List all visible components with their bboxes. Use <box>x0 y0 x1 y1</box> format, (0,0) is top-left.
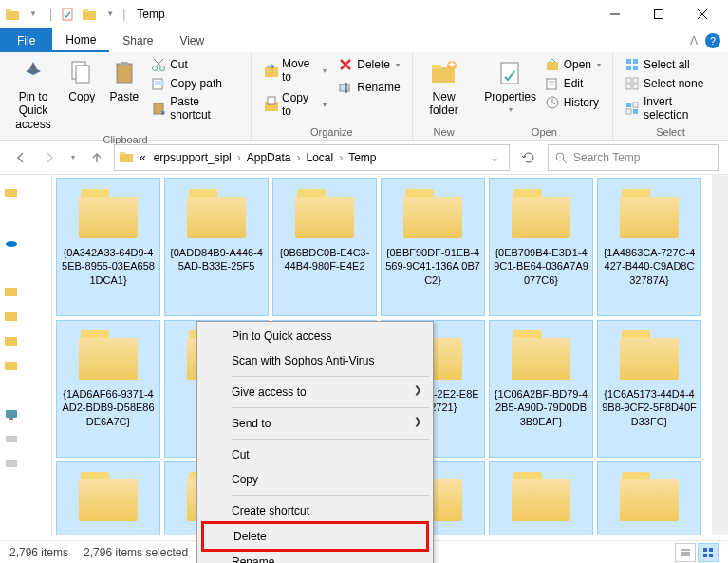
breadcrumb-seg[interactable]: erpsupport_sipl <box>150 151 235 164</box>
nav-item[interactable] <box>4 330 47 349</box>
nav-item[interactable] <box>4 182 47 201</box>
folder-item[interactable] <box>597 461 701 535</box>
navigation-pane[interactable] <box>0 175 52 535</box>
edit-button[interactable]: Edit <box>541 75 605 92</box>
invert-selection-button[interactable]: Invert selection <box>621 94 720 122</box>
minimize-button[interactable] <box>593 0 637 28</box>
svg-rect-6 <box>655 9 663 18</box>
context-menu: Pin to Quick access Scan with Sophos Ant… <box>196 321 434 563</box>
nav-item[interactable] <box>4 454 47 473</box>
breadcrumb-seg[interactable]: Local <box>302 151 337 164</box>
copy-button[interactable]: Copy <box>63 56 102 105</box>
search-input[interactable]: Search Temp <box>548 144 719 171</box>
maximize-button[interactable] <box>637 0 681 28</box>
properties-button[interactable]: Properties ▾ <box>484 56 537 117</box>
up-button[interactable] <box>85 146 108 169</box>
select-none-button[interactable]: Select none <box>621 75 720 92</box>
separator <box>232 439 429 440</box>
properties-icon[interactable] <box>60 6 77 23</box>
paste-shortcut-button[interactable]: Paste shortcut <box>147 94 243 122</box>
folder-item[interactable]: {1A4863CA-727C-4427-B440-C9AD8C32787A} <box>597 178 701 316</box>
folder-item[interactable]: {1C6A5173-44D4-49B8-9CF2-5F8D40FD33FC} <box>597 320 701 458</box>
nav-item[interactable] <box>4 306 47 325</box>
new-group: ✦ New folder New <box>413 52 476 140</box>
folder-item[interactable]: {0B6BDC0B-E4C3-44B4-980F-E4E2 <box>272 178 377 316</box>
ctx-send-to[interactable]: Send to <box>199 411 431 436</box>
pin-to-quick-access-button[interactable]: Pin to Quick access <box>8 56 59 133</box>
folder-icon <box>75 185 141 242</box>
refresh-button[interactable] <box>515 144 542 171</box>
ctx-scan[interactable]: Scan with Sophos Anti-Virus <box>199 348 431 373</box>
nav-item[interactable] <box>4 281 47 300</box>
move-to-button[interactable]: Move to▾ <box>259 56 330 84</box>
cut-button[interactable]: Cut <box>147 56 243 73</box>
forward-button[interactable] <box>38 146 61 169</box>
svg-rect-2 <box>63 9 72 20</box>
copy-path-button[interactable]: Copy path <box>147 75 243 92</box>
nav-item[interactable] <box>4 429 47 448</box>
file-tab[interactable]: File <box>0 28 52 52</box>
ctx-copy[interactable]: Copy <box>199 467 431 492</box>
view-tab[interactable]: View <box>166 28 217 52</box>
ctx-rename[interactable]: Rename <box>199 550 431 563</box>
breadcrumb-seg[interactable]: Temp <box>345 151 380 164</box>
folder-item[interactable] <box>489 461 593 535</box>
recent-dropdown[interactable]: ▾ <box>66 146 80 169</box>
svg-point-14 <box>160 66 165 71</box>
folder-item[interactable]: {0A342A33-64D9-45EB-8955-03EA6581DCA1} <box>56 178 160 316</box>
ribbon-tabs: File Home Share View ᐱ ? <box>0 28 728 52</box>
folder-label: {1C6A5173-44D4-49B8-9CF2-5F8D40FD33FC} <box>602 387 697 428</box>
ctx-shortcut[interactable]: Create shortcut <box>199 498 431 523</box>
folder-item[interactable]: {0EB709B4-E3D1-49C1-BE64-036A7A9077C6} <box>489 178 593 316</box>
history-button[interactable]: History <box>541 94 605 111</box>
nav-item[interactable] <box>4 404 47 423</box>
nav-item[interactable] <box>4 380 47 399</box>
nav-item[interactable] <box>4 207 47 226</box>
new-folder-button[interactable]: ✦ New folder <box>420 56 468 120</box>
help-icon[interactable]: ? <box>705 33 720 48</box>
breadcrumb-dropdown[interactable]: ⌄ <box>484 151 505 164</box>
breadcrumb-seg[interactable]: AppData <box>243 151 295 164</box>
nav-item[interactable] <box>4 355 47 374</box>
qat-dropdown[interactable]: ▼ <box>25 6 42 23</box>
folder-label: {0EB709B4-E3D1-49C1-BE64-036A7A9077C6} <box>494 246 588 287</box>
edit-icon <box>545 76 560 91</box>
collapse-ribbon-icon[interactable]: ᐱ <box>690 34 698 47</box>
home-tab[interactable]: Home <box>52 28 109 52</box>
svg-rect-57 <box>5 362 17 370</box>
svg-rect-50 <box>120 152 125 155</box>
paste-button[interactable]: Paste <box>105 56 144 105</box>
ctx-pin[interactable]: Pin to Quick access <box>199 324 431 348</box>
folder-item[interactable] <box>56 461 160 535</box>
svg-rect-47 <box>626 109 631 114</box>
close-button[interactable] <box>681 0 724 28</box>
open-button[interactable]: Open▾ <box>541 56 605 73</box>
separator <box>232 407 429 408</box>
svg-rect-37 <box>626 59 631 64</box>
qat-customize-dropdown[interactable]: ▼ <box>102 6 119 23</box>
folder-icon <box>75 327 141 384</box>
delete-button[interactable]: Delete▾ <box>334 56 403 73</box>
share-tab[interactable]: Share <box>109 28 166 52</box>
ctx-delete[interactable]: Delete <box>204 524 426 549</box>
folder-item[interactable]: {0ADD84B9-A446-45AD-B33E-25F5 <box>164 178 269 316</box>
qat-folder-icon[interactable] <box>81 6 98 23</box>
breadcrumb-overflow[interactable]: « <box>136 151 150 164</box>
rename-button[interactable]: Rename <box>334 79 403 96</box>
folder-item[interactable]: {1C06A2BF-BD79-42B5-A90D-79D0DB3B9EAF} <box>489 320 593 458</box>
icons-view-button[interactable] <box>698 543 719 562</box>
folder-item[interactable]: {0BBF90DF-91EB-4569-9C41-136A 0B7C2} <box>381 178 485 316</box>
back-button[interactable] <box>9 146 32 169</box>
ctx-cut[interactable]: Cut <box>199 442 431 467</box>
copy-to-button[interactable]: Copy to▾ <box>259 90 330 119</box>
details-view-button[interactable] <box>675 543 696 562</box>
nav-item[interactable] <box>4 256 47 275</box>
ctx-give-access[interactable]: Give access to <box>199 380 431 404</box>
nav-item[interactable] <box>4 232 47 251</box>
delete-highlight: Delete <box>201 521 429 552</box>
select-all-button[interactable]: Select all <box>621 56 720 73</box>
scrollbar[interactable] <box>712 175 728 535</box>
folder-item[interactable]: {1AD6AF66-9371-4AD2-BDB9-D58E86DE6A7C} <box>56 320 160 458</box>
separator: | <box>122 8 125 21</box>
breadcrumb[interactable]: « erpsupport_sipl› AppData› Local› Temp … <box>114 144 510 171</box>
